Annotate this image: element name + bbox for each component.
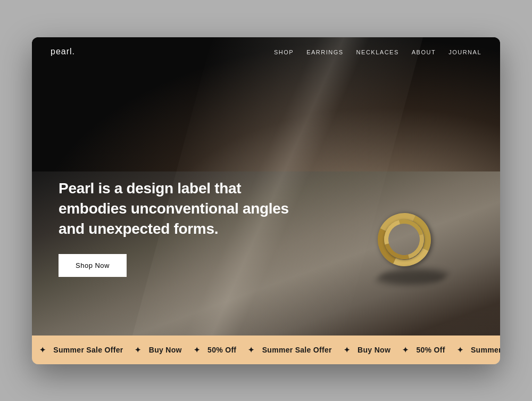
navbar: pearl. SHOP EARRINGS NECKLACES ABOUT JOU… bbox=[32, 37, 500, 67]
marquee-item-3: ✦ 50% Off bbox=[186, 346, 241, 354]
nav-item-journal[interactable]: JOURNAL bbox=[448, 47, 481, 56]
marquee-sep: ✦ bbox=[248, 346, 254, 354]
marquee-item-7: ✦ Summer Sale Offer bbox=[450, 346, 500, 354]
nav-item-shop[interactable]: SHOP bbox=[274, 47, 294, 56]
nav-link-about[interactable]: ABOUT bbox=[412, 49, 436, 55]
shop-now-button[interactable]: Shop Now bbox=[59, 254, 127, 277]
ring-decoration bbox=[378, 213, 436, 272]
nav-item-about[interactable]: ABOUT bbox=[412, 47, 436, 56]
marquee-item-5: ✦ Buy Now bbox=[336, 346, 395, 354]
nav-links: SHOP EARRINGS NECKLACES ABOUT JOURNAL bbox=[274, 47, 481, 56]
marquee-item-6: ✦ 50% Off bbox=[395, 346, 450, 354]
hero-section: pearl. SHOP EARRINGS NECKLACES ABOUT JOU… bbox=[32, 37, 500, 335]
marquee-track: ✦ Summer Sale Offer ✦ Buy Now ✦ 50% Off … bbox=[32, 346, 500, 354]
hero-content: Pearl is a design label that embodies un… bbox=[59, 178, 293, 276]
brand-logo[interactable]: pearl. bbox=[51, 47, 75, 56]
marquee-banner: ✦ Summer Sale Offer ✦ Buy Now ✦ 50% Off … bbox=[32, 335, 500, 364]
nav-item-earrings[interactable]: EARRINGS bbox=[306, 47, 343, 56]
nav-link-shop[interactable]: SHOP bbox=[274, 49, 294, 55]
marquee-item-1: ✦ Summer Sale Offer bbox=[32, 346, 127, 354]
nav-link-necklaces[interactable]: NECKLACES bbox=[356, 49, 399, 55]
marquee-sep: ✦ bbox=[402, 346, 409, 354]
marquee-item-4: ✦ Summer Sale Offer bbox=[240, 346, 336, 354]
nav-item-necklaces[interactable]: NECKLACES bbox=[356, 47, 399, 56]
marquee-sep: ✦ bbox=[457, 346, 463, 354]
marquee-sep: ✦ bbox=[344, 346, 350, 354]
marquee-sep: ✦ bbox=[135, 346, 141, 354]
nav-link-earrings[interactable]: EARRINGS bbox=[306, 49, 343, 55]
marquee-sep: ✦ bbox=[194, 346, 200, 354]
marquee-sep: ✦ bbox=[39, 346, 46, 354]
nav-link-journal[interactable]: JOURNAL bbox=[448, 49, 481, 55]
browser-window: pearl. SHOP EARRINGS NECKLACES ABOUT JOU… bbox=[32, 37, 500, 364]
marquee-item-2: ✦ Buy Now bbox=[127, 346, 186, 354]
hero-headline: Pearl is a design label that embodies un… bbox=[59, 178, 293, 239]
